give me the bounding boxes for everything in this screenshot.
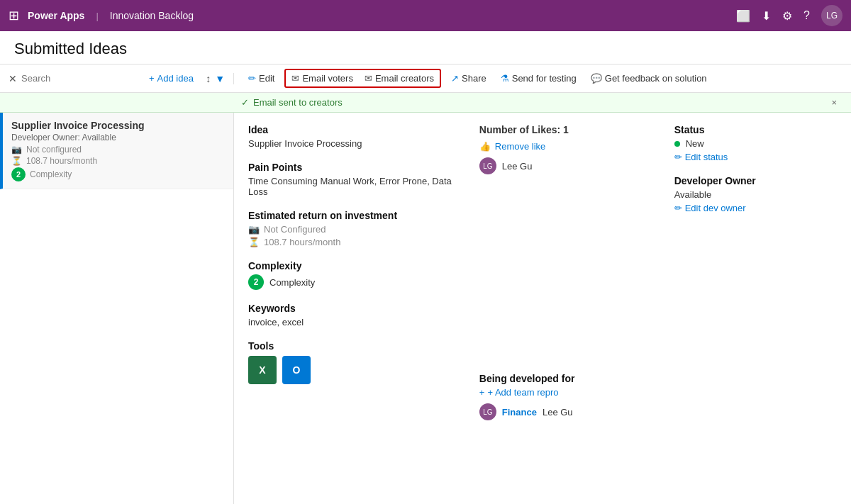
brand-label: Power Apps (28, 10, 84, 21)
sidebar-not-configured: Not configured (26, 145, 82, 155)
team-row: LG Finance Lee Gu (479, 403, 660, 420)
hourglass-roi-icon: ⏳ (248, 237, 260, 247)
voter-avatar: LG (479, 157, 496, 174)
status-label: Status (674, 124, 837, 135)
email-group: ✉ Email voters ✉ Email creators (284, 69, 441, 88)
email-voters-icon: ✉ (291, 73, 299, 84)
excel-tool-icon[interactable]: X (248, 356, 277, 384)
edit-dev-owner-label: Edit dev owner (685, 203, 746, 213)
send-testing-label: Send for testing (512, 73, 577, 84)
add-team-label: + Add team repro (487, 387, 558, 398)
add-team-button[interactable]: + + Add team repro (479, 387, 660, 398)
sidebar-item-sub: Developer Owner: Available (11, 133, 225, 142)
edit-status-icon: ✏ (674, 152, 682, 162)
voter-row: LG Lee Gu (479, 157, 660, 174)
notification-message: Email sent to creators (253, 97, 343, 108)
tools-label: Tools (248, 340, 465, 352)
beaker-icon: ⚗ (501, 73, 509, 84)
edit-dev-owner-icon: ✏ (674, 203, 682, 213)
roi-hours-row: ⏳ 108.7 hours/month (248, 237, 465, 247)
edit-status-button[interactable]: ✏ Edit status (674, 152, 837, 162)
detail-panel: Idea Supplier Invoice Processing Pain Po… (234, 113, 851, 504)
keywords-value: invoice, excel (248, 317, 465, 327)
settings-nav-icon[interactable]: ⚙ (782, 9, 792, 23)
being-developed-label: Being developed for (479, 373, 660, 384)
sidebar-hours: 108.7 hours/month (26, 156, 97, 166)
search-close-icon[interactable]: ✕ (9, 73, 17, 84)
sidebar-complexity: Complexity (30, 169, 72, 179)
edit-dev-owner-button[interactable]: ✏ Edit dev owner (674, 203, 837, 213)
share-button[interactable]: ↗ Share (445, 70, 492, 86)
share-nav-icon[interactable]: ⬜ (736, 9, 750, 23)
add-idea-button[interactable]: + Add idea (149, 73, 197, 84)
roi-section: Estimated return on investment 📷 Not Con… (248, 210, 465, 247)
edit-button[interactable]: ✏ Edit (243, 70, 280, 86)
roi-label: Estimated return on investment (248, 210, 465, 221)
help-nav-icon[interactable]: ? (803, 9, 810, 22)
email-voters-label: Email voters (302, 73, 353, 84)
page-title-bar: Submitted Ideas (0, 31, 851, 65)
thumbsup-icon: 👍 (479, 141, 491, 152)
feedback-icon: 💬 (591, 73, 602, 84)
list-item[interactable]: Supplier Invoice Processing Developer Ow… (0, 113, 233, 189)
team-name: Finance (502, 407, 537, 418)
search-input[interactable] (21, 73, 140, 84)
remove-like-button[interactable]: 👍 Remove like (479, 141, 660, 152)
being-developed-section: Being developed for + + Add team repro L… (479, 373, 660, 420)
complexity-circle: 2 (248, 274, 264, 290)
download-nav-icon[interactable]: ⬇ (762, 9, 771, 23)
camera-icon: 📷 (11, 145, 22, 155)
send-testing-button[interactable]: ⚗ Send for testing (495, 70, 582, 86)
email-creators-label: Email creators (375, 73, 434, 84)
plus-icon: + (479, 387, 485, 398)
filter-icon[interactable]: ▼ (215, 73, 225, 84)
notification-bar: ✓ Email sent to creators × (0, 93, 851, 113)
nav-right: ⬜ ⬇ ⚙ ? LG (736, 5, 842, 26)
notification-close-button[interactable]: × (831, 97, 837, 108)
roi-hours: 108.7 hours/month (264, 237, 340, 247)
toolbar: ✕ + Add idea ↕ ▼ ✏ Edit ✉ Email voters ✉… (0, 65, 851, 93)
status-row: New (674, 138, 837, 149)
user-avatar[interactable]: LG (821, 5, 842, 26)
email-voters-button[interactable]: ✉ Email voters (286, 70, 359, 86)
sidebar-item-title: Supplier Invoice Processing (11, 120, 225, 131)
sort-icon[interactable]: ↕ (206, 73, 211, 84)
status-value: New (686, 138, 704, 149)
app-name: Innovation Backlog (110, 10, 194, 21)
voter-name: Lee Gu (502, 161, 533, 172)
detail-col2: Number of Likes: 1 👍 Remove like LG Lee … (479, 124, 660, 496)
hourglass-icon: ⏳ (11, 156, 22, 166)
pain-points-value: Time Consuming Manual Work, Error Prone,… (248, 176, 465, 197)
pain-points-label: Pain Points (248, 162, 465, 173)
edit-icon: ✏ (248, 73, 256, 84)
search-box[interactable]: ✕ (9, 73, 140, 84)
get-feedback-button[interactable]: 💬 Get feedback on solution (585, 70, 713, 86)
email-creators-button[interactable]: ✉ Email creators (359, 70, 440, 86)
status-section: Status New ✏ Edit status (674, 124, 837, 162)
toolbar-left: ✕ + Add idea ↕ ▼ (0, 73, 234, 84)
sidebar-item-row-hours: ⏳ 108.7 hours/month (11, 156, 225, 166)
check-icon: ✓ (241, 97, 249, 108)
notification-left: ✓ Email sent to creators (241, 97, 343, 108)
main-layout: Supplier Invoice Processing Developer Ow… (0, 113, 851, 504)
detail-col1: Idea Supplier Invoice Processing Pain Po… (248, 124, 465, 496)
sidebar: Supplier Invoice Processing Developer Ow… (0, 113, 234, 504)
complexity-badge: 2 (11, 167, 26, 181)
add-idea-label: Add idea (157, 73, 194, 84)
remove-like-label: Remove like (495, 141, 546, 152)
dev-owner-label: Developer Owner (674, 175, 837, 186)
camera-roi-icon: 📷 (248, 224, 260, 235)
share-label: Share (462, 73, 486, 84)
brand-separator: | (96, 11, 98, 21)
top-nav: ⊞ Power Apps | Innovation Backlog ⬜ ⬇ ⚙ … (0, 0, 851, 31)
roi-config-row: 📷 Not Configured (248, 224, 465, 235)
sidebar-sort-icons: ↕ ▼ (206, 73, 225, 84)
app-grid-button[interactable]: ⊞ (9, 8, 19, 23)
idea-value: Supplier Invoice Processing (248, 138, 465, 149)
dev-owner-value: Available (674, 189, 837, 200)
tools-section: Tools X O (248, 340, 465, 384)
likes-count: Number of Likes: 1 (479, 124, 660, 135)
status-dot (674, 141, 680, 147)
outlook-tool-icon[interactable]: O (282, 356, 311, 384)
outlook-letter: O (293, 364, 301, 376)
